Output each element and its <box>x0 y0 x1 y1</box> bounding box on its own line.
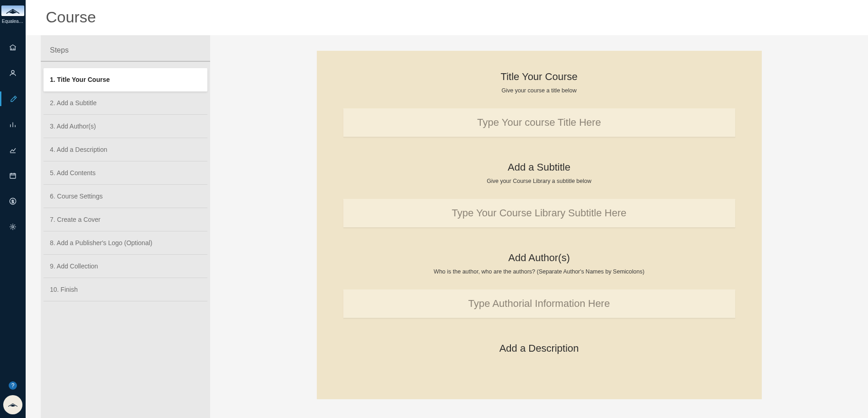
avatar-book-icon <box>7 399 18 410</box>
workspace: Steps 1. Title Your Course2. Add a Subti… <box>26 35 868 418</box>
step-item-8[interactable]: 8. Add a Publisher's Logo (Optional) <box>43 231 207 255</box>
nav-calendar[interactable] <box>0 168 26 183</box>
section-subtitle: Give your course a title below <box>343 87 735 94</box>
section-title: Add Author(s) <box>343 252 735 264</box>
steps-heading: Steps <box>41 35 210 62</box>
nav-users[interactable] <box>0 66 26 80</box>
edit-icon <box>10 95 18 103</box>
section-input-2[interactable] <box>343 199 735 227</box>
step-item-5[interactable]: 5. Add Contents <box>43 161 207 185</box>
svg-point-0 <box>11 70 14 73</box>
form-section-3: Add Author(s)Who is the author, who are … <box>343 252 735 318</box>
rail-nav-list <box>0 40 26 234</box>
user-icon <box>9 69 17 77</box>
step-item-3[interactable]: 3. Add Author(s) <box>43 115 207 138</box>
step-item-7[interactable]: 7. Create a Cover <box>43 208 207 231</box>
bar-chart-icon <box>9 120 17 129</box>
nav-billing[interactable] <box>0 194 26 209</box>
user-avatar[interactable] <box>3 395 22 414</box>
step-item-10[interactable]: 10. Finish <box>43 278 207 301</box>
page-title: Course <box>26 0 868 35</box>
section-title: Add a Description <box>343 343 735 354</box>
help-button[interactable]: ? <box>9 381 17 390</box>
nav-reports[interactable] <box>0 143 26 157</box>
step-item-1[interactable]: 1. Title Your Course <box>43 68 207 91</box>
global-nav-rail: Equalear… ? <box>0 0 26 418</box>
section-subtitle: Give your Course Library a subtitle belo… <box>343 178 735 184</box>
step-item-9[interactable]: 9. Add Collection <box>43 255 207 278</box>
nav-settings[interactable] <box>0 220 26 234</box>
section-title: Title Your Course <box>343 71 735 83</box>
dollar-icon <box>9 197 17 205</box>
section-input-1[interactable] <box>343 108 735 137</box>
step-item-2[interactable]: 2. Add a Subtitle <box>43 91 207 115</box>
main-region: Course Steps 1. Title Your Course2. Add … <box>26 0 868 418</box>
svg-point-3 <box>12 226 14 228</box>
calendar-icon <box>9 171 17 180</box>
line-chart-icon <box>9 146 17 154</box>
form-scroll-area[interactable]: Title Your CourseGive your course a titl… <box>210 35 868 418</box>
gear-icon <box>9 223 17 231</box>
bank-icon <box>9 43 17 52</box>
section-input-3[interactable] <box>343 289 735 318</box>
form-section-2: Add a SubtitleGive your Course Library a… <box>343 161 735 227</box>
svg-rect-1 <box>10 174 16 179</box>
form-section-4: Add a Description <box>343 343 735 354</box>
step-item-4[interactable]: 4. Add a Description <box>43 138 207 161</box>
section-title: Add a Subtitle <box>343 161 735 173</box>
steps-list: 1. Title Your Course2. Add a Subtitle3. … <box>41 62 210 301</box>
section-subtitle: Who is the author, who are the authors? … <box>343 268 735 275</box>
nav-author[interactable] <box>0 91 26 106</box>
step-item-6[interactable]: 6. Course Settings <box>43 185 207 208</box>
form-section-1: Title Your CourseGive your course a titl… <box>343 71 735 137</box>
course-form-card: Title Your CourseGive your course a titl… <box>317 51 762 399</box>
app-logo[interactable] <box>1 5 24 16</box>
app-name: Equalear… <box>2 19 24 24</box>
steps-panel: Steps 1. Title Your Course2. Add a Subti… <box>41 35 210 418</box>
book-logo-icon <box>5 7 21 15</box>
nav-home[interactable] <box>0 40 26 55</box>
nav-analytics[interactable] <box>0 117 26 132</box>
